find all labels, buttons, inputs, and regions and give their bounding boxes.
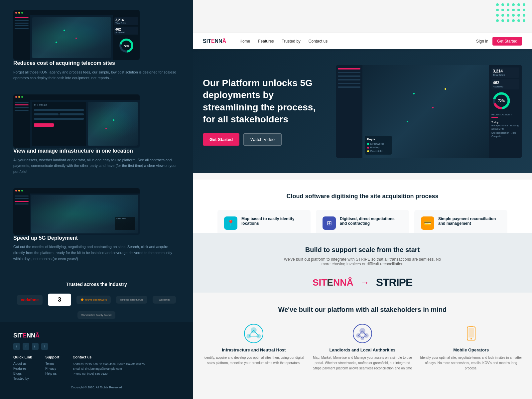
donut-chart: 72%: [491, 91, 511, 111]
nav-links: Home Features Trusted by Contact us: [239, 39, 476, 44]
vodafone-logo: vodafone: [17, 295, 43, 305]
social-icons: t f in li: [13, 343, 180, 350]
hero-section: Our Platform unlocks 5G deployments by s…: [193, 33, 532, 173]
footer-cols: Quick Link About us Features Blogs Trust…: [13, 355, 180, 382]
footer-support-col: Support Terms Privacy Help us: [45, 355, 59, 382]
stakeholders-grid: Infrastructure and Neutral Host Identify…: [203, 324, 522, 371]
footer-features[interactable]: Features: [13, 367, 32, 370]
stakeholder-1-desc: Map, Market, Monetise and Manage your as…: [312, 355, 414, 371]
footer-contact-col: Contact us Address: 2715 Ash Dr, San Jos…: [72, 355, 145, 382]
hero-ss-map: Key's Streetworks Rooftop Greenfield: [362, 65, 489, 158]
payment-icon: 💳: [421, 216, 434, 230]
footer-terms[interactable]: Terms: [45, 362, 59, 365]
footer-quicklink-col: Quick Link About us Features Blogs Trust…: [13, 355, 32, 382]
hero-buttons: Get Started Watch Video: [203, 133, 329, 146]
feature-1-desc: Forget all those KON, agency and process…: [13, 69, 180, 81]
network-rail-logo: 🔶 You've got network: [76, 296, 111, 304]
stakeholder-0-desc: Identify, acquire and develop you optima…: [203, 355, 305, 366]
hero-ss-sidebar: [336, 65, 362, 158]
stakeholder-1-title: Landlords and Local Authorities: [312, 347, 414, 352]
arrow-icon: →: [360, 277, 369, 288]
landlords-icon: [352, 324, 372, 343]
trusted-title: Trusted across the industry: [13, 282, 180, 287]
logos-row: vodafone 3 🔶 You've got network Wireless…: [13, 294, 180, 319]
hero-getstarted-button[interactable]: Get Started: [203, 133, 239, 146]
svg-point-7: [244, 324, 263, 343]
stripe-desc: We've built out platform to integrate wi…: [279, 257, 446, 266]
footer-privacy[interactable]: Privacy: [45, 367, 59, 370]
footer-blogs[interactable]: Blogs: [13, 372, 32, 375]
right-panel: SITENNÂ Home Features Trusted by Contact…: [193, 0, 532, 399]
stakeholders-title: We've built our platform with all stakeh…: [203, 306, 522, 314]
hero-watchvideo-button[interactable]: Watch Video: [243, 133, 282, 146]
hero-screenshot: Key's Streetworks Rooftop Greenfield 3,2…: [336, 65, 522, 158]
stakeholder-card-0: Infrastructure and Neutral Host Identify…: [203, 324, 305, 371]
hero-ss-panel: 3,214 Total Sites 462 Acquired 72% RECEN…: [489, 65, 522, 158]
dots-top-right: [496, 3, 525, 22]
signin-button[interactable]: Sign in: [476, 39, 488, 44]
hero-title: Our Platform unlocks 5G deployments by s…: [203, 77, 329, 126]
screenshot-3: Street View: [13, 188, 140, 235]
stripe-section: Build to support scale from the start We…: [193, 233, 532, 302]
stakeholder-0-title: Infrastructure and Neutral Host: [203, 347, 305, 352]
hero-text: Our Platform unlocks 5G deployments by s…: [203, 77, 329, 146]
svg-rect-26: [469, 326, 473, 327]
stripe-title: Build to support scale from the start: [203, 246, 522, 254]
feature-card-2-title: Simple payment reconciliation and manage…: [438, 216, 501, 226]
feature-3-desc: Cut out the months of identifying, negot…: [13, 244, 180, 262]
feature-card-0: 📍 Map based to easily identify locations: [217, 210, 311, 236]
feature-block-1: 3,214 Total Sites 462 Acquired 72%: [13, 10, 180, 81]
instagram-icon[interactable]: in: [32, 343, 39, 350]
feature-block-3: Street View Speed up 5G Deployment Cut o…: [13, 188, 180, 262]
feature-1-title: Reduces cost of acquiring telecom sites: [13, 60, 180, 67]
cloud-section-title: Cloud software digitising the site acqui…: [203, 193, 522, 200]
nav-contact[interactable]: Contact us: [309, 39, 328, 44]
features-grid: 📍 Map based to easily identify locations…: [203, 210, 522, 236]
mobile-operators-icon: [461, 324, 481, 343]
stakeholders-section: We've built our platform with all stakeh…: [193, 293, 532, 384]
svg-rect-24: [468, 328, 474, 337]
stripe-brand-logo: STRIPE: [376, 276, 413, 289]
trusted-section: Trusted across the industry vodafone 3 🔶…: [13, 275, 180, 326]
twitter-icon[interactable]: t: [13, 343, 20, 350]
feature-card-1-title: Digitised, direct negotiations and contr…: [340, 216, 402, 226]
screenshot-2: FULCRUM: [13, 94, 140, 148]
getstarted-nav-button[interactable]: Get Started: [492, 37, 522, 46]
footer-left: SITENNÂ t f in li Quick Link About us Fe…: [0, 322, 193, 399]
infrastructure-icon: [244, 324, 264, 343]
stripe-logos: SITENNÂ → STRIPE: [203, 276, 522, 289]
feature-card-1: ⊞ Digitised, direct negotiations and con…: [316, 210, 409, 236]
svg-text:72%: 72%: [123, 44, 129, 48]
feature-block-2: FULCRUM View and mana: [13, 94, 180, 175]
nav-actions: Sign in Get Started: [476, 37, 522, 46]
feature-card-2: 💳 Simple payment reconciliation and mana…: [414, 210, 507, 236]
wireless-logo: Wireless Infrastructure: [116, 296, 147, 304]
sitenna-stripe-logo: SITENNÂ: [313, 277, 353, 288]
nav-trusted[interactable]: Trusted by: [282, 39, 301, 44]
footer-about[interactable]: About us: [13, 362, 32, 365]
negotiations-icon: ⊞: [323, 216, 336, 230]
feature-2-title: View and manage infrastructure in one lo…: [13, 148, 180, 155]
screenshot-1: 3,214 Total Sites 462 Acquired 72%: [13, 10, 140, 60]
nav-logo: SITENNÂ: [203, 38, 226, 44]
footer-help[interactable]: Help us: [45, 372, 59, 375]
warwickshire-logo: Warwickshire County Council: [77, 311, 116, 319]
stakeholder-card-1: Landlords and Local Authorities Map, Mar…: [312, 324, 414, 371]
svg-text:72%: 72%: [498, 99, 505, 103]
feature-2-desc: All your assets, whether landlord or ope…: [13, 157, 180, 175]
svg-point-25: [470, 338, 472, 339]
footer-trusted[interactable]: Trusted by: [13, 377, 32, 380]
stakeholder-card-2: Mobile Operators Identify your optimal s…: [420, 324, 522, 371]
linkedin-icon[interactable]: li: [41, 343, 48, 350]
footer-address: Address: 2715 Ash Dr, San Jose, South Da…: [72, 362, 145, 376]
westlands-logo: Westlands: [153, 296, 176, 304]
stakeholder-2-title: Mobile Operators: [420, 347, 522, 352]
feature-3-title: Speed up 5G Deployment: [13, 235, 180, 242]
nav-home[interactable]: Home: [239, 39, 250, 44]
map-icon: 📍: [224, 216, 237, 230]
feature-card-0-title: Map based to easily identify locations: [241, 216, 304, 226]
three-logo: 3: [48, 294, 71, 306]
nav-features[interactable]: Features: [258, 39, 274, 44]
facebook-icon[interactable]: f: [23, 343, 29, 350]
stakeholder-2-desc: Identify your optimal site, negotiate te…: [420, 355, 522, 371]
